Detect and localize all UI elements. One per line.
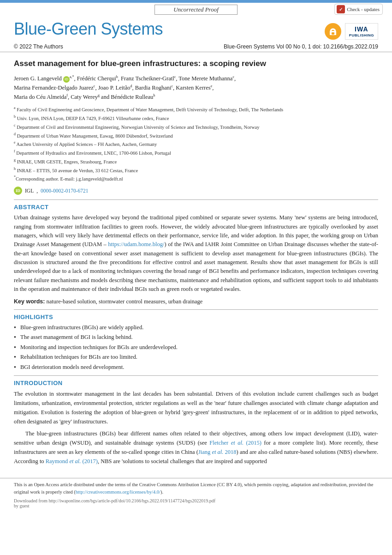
page-wrapper: Uncorrected Proof ✓ Check - updates Blue… bbox=[0, 0, 392, 555]
affiliations-block: a Faculty of Civil Engineering and Geosc… bbox=[14, 105, 378, 183]
intro-para1: The evolution in stormwater management i… bbox=[14, 389, 378, 426]
affil-b: b Univ. Lyon, INSA Lyon, DEEP EA 7429, F… bbox=[14, 114, 378, 122]
udam-link[interactable]: https://udam.home.blog/ bbox=[108, 241, 164, 247]
jiang-link[interactable]: Jiang et al. 2018 bbox=[198, 449, 237, 455]
affil-a: a Faculty of Civil Engineering and Geosc… bbox=[14, 105, 378, 114]
affil-f: f Department of Hydraulics and Environme… bbox=[14, 149, 378, 157]
abstract-divider bbox=[14, 199, 378, 200]
highlight-item-1: Blue-green infrastructures (BGIs) are wi… bbox=[14, 323, 378, 332]
shield-icon: ✓ bbox=[337, 5, 345, 13]
svg-rect-2 bbox=[332, 32, 334, 35]
orcid-name: IGL bbox=[25, 188, 34, 193]
open-access-icon bbox=[325, 23, 341, 40]
affil-g: g INRAE, UMR GESTE, Engees, Strasbourg, … bbox=[14, 157, 378, 166]
main-content: Asset management for blue-green infrastr… bbox=[0, 52, 392, 473]
introduction-heading: INTRODUCTION bbox=[14, 380, 378, 386]
affil-d: d Department of Urban Water Management, … bbox=[14, 132, 378, 140]
highlight-item-5: BGI deterioration models need developmen… bbox=[14, 363, 378, 372]
authors-line3: Maria do Céu Almeidaf, Caty Wereyg and B… bbox=[14, 94, 155, 100]
highlights-divider bbox=[14, 309, 378, 310]
abstract-text: Urban drainage systems have developed wa… bbox=[14, 213, 378, 294]
raymond-link[interactable]: Raymond et al. (2017) bbox=[46, 458, 98, 465]
footer-download-text: Downloaded from http://iwaponline.com/bg… bbox=[14, 498, 378, 508]
intro-para2: The blue-green infrastructures (BGIs) be… bbox=[14, 429, 378, 466]
orcid-section: ID IGL, 0000-0002-0170-6721 bbox=[14, 187, 378, 195]
keywords-block: Key words: nature-based solution, stormw… bbox=[14, 298, 378, 306]
affil-h: h INRAE – ETTIS, 50 avenue de Verdun, 33… bbox=[14, 166, 378, 175]
highlights-list: Blue-green infrastructures (BGIs) are wi… bbox=[14, 323, 378, 372]
cc-license-link[interactable]: http://creativecommons.org/licenses/by/4… bbox=[76, 489, 160, 495]
journal-title: Blue-Green Systems bbox=[14, 19, 163, 39]
highlight-item-4: Rehabilitation techniques for BGIs are t… bbox=[14, 353, 378, 362]
keywords-label: Key words: bbox=[14, 298, 45, 305]
page-footer: This is an Open Access article distribut… bbox=[0, 478, 392, 511]
copyright-text: © 2022 The Authors bbox=[14, 43, 63, 50]
intro-divider bbox=[14, 375, 378, 376]
authors-line1: Jeroen G. Langeveld IDa,*, Frédéric Cher… bbox=[14, 75, 236, 82]
abstract-heading: ABSTRACT bbox=[14, 204, 378, 211]
orcid-icon: ID bbox=[14, 187, 22, 195]
header-area: Blue-Green Systems IWA PUBLISHING bbox=[0, 16, 392, 42]
article-title: Asset management for blue-green infrastr… bbox=[14, 59, 378, 69]
authors-block: Jeroen G. Langeveld IDa,*, Frédéric Cher… bbox=[14, 74, 378, 102]
proof-banner-text: Uncorrected Proof bbox=[154, 5, 238, 15]
fletcher-link[interactable]: Fletcher et al. (2015) bbox=[209, 440, 261, 446]
footer-oa-text: This is an Open Access article distribut… bbox=[14, 481, 378, 496]
check-updates-label: Check - updates bbox=[347, 6, 380, 12]
check-updates-button[interactable]: ✓ Check - updates bbox=[334, 4, 383, 15]
citation-line: © 2022 The Authors Blue-Green Systems Vo… bbox=[0, 42, 392, 52]
iwa-logo: IWA PUBLISHING bbox=[345, 23, 378, 40]
affil-e: e Aachen University of Applied Sciences … bbox=[14, 140, 378, 148]
highlight-item-3: Monitoring and inspection techniques for… bbox=[14, 343, 378, 352]
highlights-heading: HIGHLIGHTS bbox=[14, 314, 378, 320]
proof-banner-area: Uncorrected Proof ✓ Check - updates bbox=[0, 3, 392, 16]
highlight-item-2: The asset management of BGI is lacking b… bbox=[14, 333, 378, 342]
affil-star: *Corresponding author. E-mail: j.g.lange… bbox=[14, 175, 378, 183]
affil-c: c Department of Civil and Environmental … bbox=[14, 123, 378, 131]
keywords-text: nature-based solution, stormwater contro… bbox=[47, 298, 203, 305]
authors-line2: Marina Fernandez-Delgado Juarezc, Joao P… bbox=[14, 84, 214, 91]
header-logos: IWA PUBLISHING bbox=[325, 23, 378, 40]
orcid-link[interactable]: 0000-0002-0170-6721 bbox=[41, 188, 89, 193]
citation-text: Blue-Green Systems Vol 00 No 0, 1 doi: 1… bbox=[224, 43, 378, 50]
